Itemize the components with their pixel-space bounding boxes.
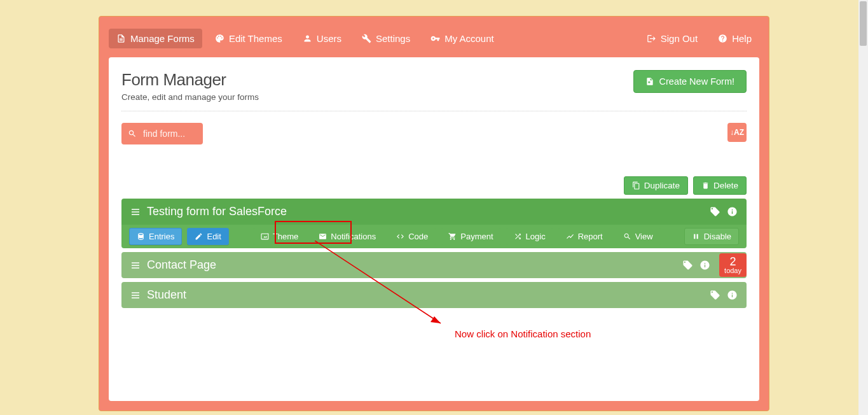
random-icon <box>514 232 522 241</box>
payment-button[interactable]: Payment <box>441 228 500 245</box>
tag-icon[interactable] <box>710 206 720 217</box>
mail-icon <box>319 232 327 241</box>
nav-label: Edit Themes <box>229 33 282 44</box>
tb-label: Disable <box>704 232 731 241</box>
form-header[interactable]: Contact Page 2 today <box>121 252 747 278</box>
navbar: Manage Forms Edit Themes Users Settings … <box>109 26 759 57</box>
delete-button[interactable]: Delete <box>693 176 747 195</box>
file-plus-icon <box>645 77 654 86</box>
today-badge[interactable]: 2 today <box>719 253 747 277</box>
create-new-form-button[interactable]: Create New Form! <box>633 70 747 93</box>
entries-button[interactable]: Entries <box>129 228 182 245</box>
nav-label: My Account <box>444 33 494 44</box>
picture-icon <box>261 232 269 241</box>
list-icon <box>130 207 141 217</box>
sort-label: ↓AZ <box>730 128 744 137</box>
tb-label: Edit <box>207 232 221 241</box>
nav-label: Settings <box>376 33 410 44</box>
key-icon <box>431 34 440 43</box>
form-row: Student <box>121 282 747 308</box>
form-row-active: Testing form for SalesForce Entries Edit <box>121 199 747 248</box>
info-icon[interactable] <box>727 206 738 217</box>
button-label: Duplicate <box>644 181 680 190</box>
tb-label: Entries <box>149 232 174 241</box>
nav-manage-forms[interactable]: Manage Forms <box>109 29 202 48</box>
search-icon <box>128 129 137 138</box>
content-card: Form Manager Create, edit and manage you… <box>109 57 759 401</box>
form-title: Student <box>147 288 186 302</box>
nav-users[interactable]: Users <box>295 29 349 48</box>
badge-count: 2 <box>724 256 741 267</box>
form-title: Contact Page <box>147 258 216 272</box>
tag-icon[interactable] <box>710 290 720 300</box>
pencil-icon <box>195 232 203 241</box>
page-subtitle: Create, edit and manage your forms <box>121 92 259 102</box>
chart-icon <box>566 232 574 241</box>
tb-label: Report <box>578 232 603 241</box>
nav-label: Users <box>317 33 341 44</box>
form-title: Testing form for SalesForce <box>147 205 287 218</box>
nav-label: Sign Out <box>661 33 698 44</box>
file-icon <box>116 34 126 43</box>
code-icon <box>396 232 404 241</box>
cart-icon <box>448 232 457 241</box>
notifications-button[interactable]: Notifications <box>311 228 383 245</box>
nav-label: Help <box>732 33 752 44</box>
question-icon <box>718 34 727 43</box>
code-button[interactable]: Code <box>389 228 436 245</box>
view-button[interactable]: View <box>616 228 661 245</box>
disable-button[interactable]: Disable <box>684 228 739 245</box>
search-icon <box>623 232 631 241</box>
tag-icon[interactable] <box>682 260 693 271</box>
db-icon <box>137 232 145 241</box>
button-label: Create New Form! <box>659 76 734 87</box>
nav-edit-themes[interactable]: Edit Themes <box>207 29 290 48</box>
nav-label: Manage Forms <box>130 33 195 44</box>
tb-label: Code <box>408 232 428 241</box>
palette-icon <box>215 34 224 43</box>
info-icon[interactable] <box>699 260 710 271</box>
form-row: Contact Page 2 today <box>121 252 747 278</box>
theme-button[interactable]: Theme <box>253 228 306 245</box>
tb-label: Logic <box>526 232 546 241</box>
nav-my-account[interactable]: My Account <box>423 29 502 48</box>
tb-label: Payment <box>460 232 493 241</box>
button-label: Delete <box>713 181 738 190</box>
form-header[interactable]: Testing form for SalesForce <box>121 199 747 225</box>
form-header[interactable]: Student <box>121 282 747 308</box>
info-icon[interactable] <box>727 290 738 300</box>
search-wrap <box>121 123 203 144</box>
logic-button[interactable]: Logic <box>506 228 553 245</box>
list-icon <box>130 290 141 300</box>
app-frame: Manage Forms Edit Themes Users Settings … <box>99 16 769 411</box>
trash-icon <box>701 181 710 190</box>
form-toolbar: Entries Edit Theme Notifications <box>121 225 747 248</box>
annotation-text: Now click on Notification section <box>455 328 591 339</box>
scrollbar-thumb[interactable] <box>860 1 867 46</box>
duplicate-button[interactable]: Duplicate <box>624 176 688 195</box>
tb-label: Theme <box>273 232 298 241</box>
list-icon <box>130 260 141 271</box>
report-button[interactable]: Report <box>558 228 610 245</box>
wrench-icon <box>362 34 371 43</box>
scrollbar-track[interactable] <box>858 0 868 415</box>
badge-label: today <box>724 267 741 274</box>
copy-icon <box>632 181 640 190</box>
signout-icon <box>647 34 656 43</box>
user-icon <box>303 34 312 43</box>
nav-help[interactable]: Help <box>710 29 759 48</box>
tb-label: View <box>635 232 653 241</box>
nav-sign-out[interactable]: Sign Out <box>639 29 705 48</box>
sort-button[interactable]: ↓AZ <box>727 123 747 142</box>
pause-icon <box>692 232 700 241</box>
edit-button[interactable]: Edit <box>187 228 228 245</box>
nav-settings[interactable]: Settings <box>354 29 418 48</box>
page-title: Form Manager <box>121 70 259 90</box>
tb-label: Notifications <box>331 232 376 241</box>
